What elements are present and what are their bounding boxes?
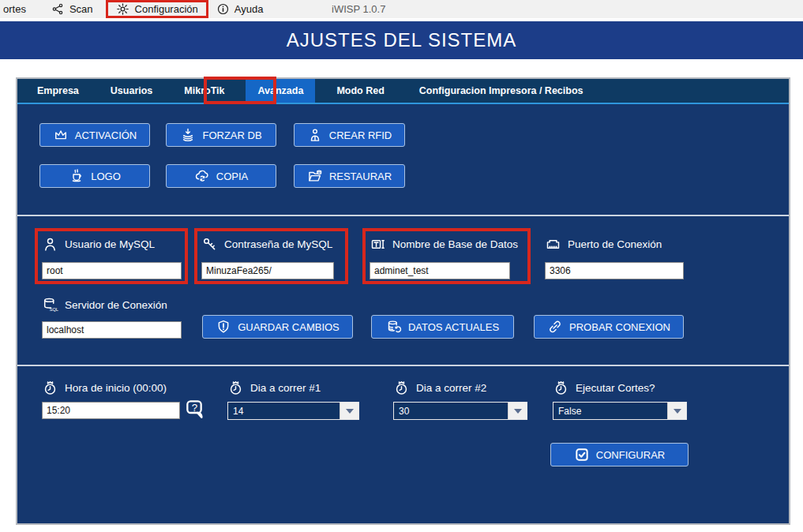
- gear-icon: [116, 2, 129, 16]
- menu-bar: ortes Scan Configuración Ayuda iWISP 1.0…: [0, 0, 803, 18]
- checkbox-check-icon: [574, 447, 590, 463]
- tab-avanzada[interactable]: Avanzada: [246, 79, 315, 103]
- usuario-mysql-input[interactable]: root: [42, 262, 182, 279]
- alarm-clock-icon: [393, 380, 410, 396]
- tab-modo-red[interactable]: Modo Red: [325, 79, 396, 103]
- user-icon: [42, 236, 58, 253]
- nombre-bd-label: Nombre de Base de Datos: [370, 234, 518, 253]
- alarm-clock-icon: [227, 380, 244, 396]
- logo-button[interactable]: LOGO: [39, 164, 150, 188]
- sql-database-icon: SQL: [42, 297, 58, 313]
- folder-restore-icon: [307, 168, 323, 184]
- forzar-db-button[interactable]: FORZAR DB: [166, 123, 276, 147]
- copia-button[interactable]: COPIA: [166, 164, 276, 188]
- puerto-input[interactable]: 3306: [545, 262, 684, 279]
- menu-item-scan[interactable]: Scan: [48, 0, 96, 18]
- hora-inicio-input[interactable]: 15:20: [42, 402, 180, 419]
- probar-conexion-button[interactable]: PROBAR CONEXION: [534, 315, 684, 339]
- chevron-down-icon[interactable]: [667, 403, 686, 419]
- share-icon: [51, 2, 65, 16]
- java-cup-icon: [69, 168, 84, 184]
- restaurar-button[interactable]: RESTAURAR: [294, 164, 405, 188]
- svg-text:SQL: SQL: [50, 306, 58, 311]
- ejecutar-cortes-label: Ejecutar Cortes?: [553, 378, 655, 397]
- info-icon: [216, 2, 230, 16]
- tab-usuarios[interactable]: Usuarios: [99, 79, 165, 103]
- contrasena-mysql-input[interactable]: MinuzaFea265/: [201, 262, 334, 279]
- help-icon[interactable]: ?: [183, 397, 208, 422]
- tab-empresa[interactable]: Empresa: [25, 79, 91, 103]
- tab-mikrotik[interactable]: MikroTik: [172, 79, 236, 103]
- usuario-mysql-label: Usuario de MySQL: [42, 234, 155, 253]
- shield-alert-icon: [216, 319, 231, 335]
- chevron-down-icon[interactable]: [508, 403, 527, 419]
- tab-strip: Empresa Usuarios MikroTik Avanzada Modo …: [17, 79, 789, 104]
- dia-correr-1-label: Dia a correr #1: [227, 378, 321, 397]
- menu-label-scan: Scan: [69, 3, 93, 15]
- dia-correr-1-select[interactable]: 14: [227, 402, 359, 420]
- cloud-sync-icon: [194, 168, 210, 184]
- configurar-button[interactable]: CONFIGURAR: [550, 443, 689, 466]
- page-title: AJUSTES DEL SISTEMA: [287, 29, 517, 51]
- key-icon: [201, 236, 218, 253]
- person-icon: [307, 127, 323, 143]
- nombre-bd-input[interactable]: adminet_test: [370, 262, 510, 279]
- text-field-icon: [370, 236, 386, 253]
- ejecutar-cortes-select[interactable]: False: [553, 402, 687, 420]
- app-version: iWISP 1.0.7: [332, 0, 385, 18]
- puerto-label: Puerto de Conexión: [545, 234, 662, 253]
- alarm-clock-icon: [553, 380, 569, 396]
- database-refresh-icon: [386, 319, 402, 335]
- menu-label-reportes: ortes: [3, 3, 26, 15]
- alarm-clock-icon: [42, 380, 58, 396]
- menu-item-reportes[interactable]: ortes: [0, 0, 29, 18]
- tab-config-impresora[interactable]: Configuracion Impresora / Recibos: [407, 79, 595, 103]
- ethernet-icon: [545, 236, 561, 253]
- hora-inicio-label: Hora de inicio (00:00): [42, 378, 167, 397]
- datos-actuales-button[interactable]: DATOS ACTUALES: [371, 315, 514, 339]
- menu-label-ayuda: Ayuda: [235, 3, 264, 15]
- crear-rfid-button[interactable]: CREAR RFID: [294, 123, 405, 147]
- activacion-button[interactable]: ACTIVACIÓN: [39, 123, 150, 147]
- menu-item-ayuda[interactable]: Ayuda: [213, 0, 267, 18]
- dia-correr-2-select[interactable]: 30: [393, 402, 527, 420]
- svg-text:?: ?: [192, 402, 197, 414]
- guardar-cambios-button[interactable]: GUARDAR CAMBIOS: [202, 315, 353, 339]
- section-divider-2: [17, 365, 789, 366]
- crown-icon: [53, 127, 69, 143]
- settings-panel: Empresa Usuarios MikroTik Avanzada Modo …: [16, 77, 790, 525]
- menu-item-configuracion[interactable]: Configuración: [106, 0, 208, 18]
- page-title-bar: AJUSTES DEL SISTEMA: [0, 21, 803, 59]
- link-icon: [547, 319, 563, 335]
- servidor-input[interactable]: localhost: [42, 321, 182, 339]
- section-divider-1: [17, 215, 789, 216]
- dia-correr-2-label: Dia a correr #2: [393, 378, 486, 397]
- chevron-down-icon[interactable]: [340, 403, 358, 419]
- menu-label-configuracion: Configuración: [135, 3, 198, 15]
- download-stack-icon: [180, 127, 196, 143]
- servidor-label: SQL Servidor de Conexión: [42, 295, 167, 314]
- contrasena-mysql-label: Contraseña de MySQL: [201, 234, 332, 253]
